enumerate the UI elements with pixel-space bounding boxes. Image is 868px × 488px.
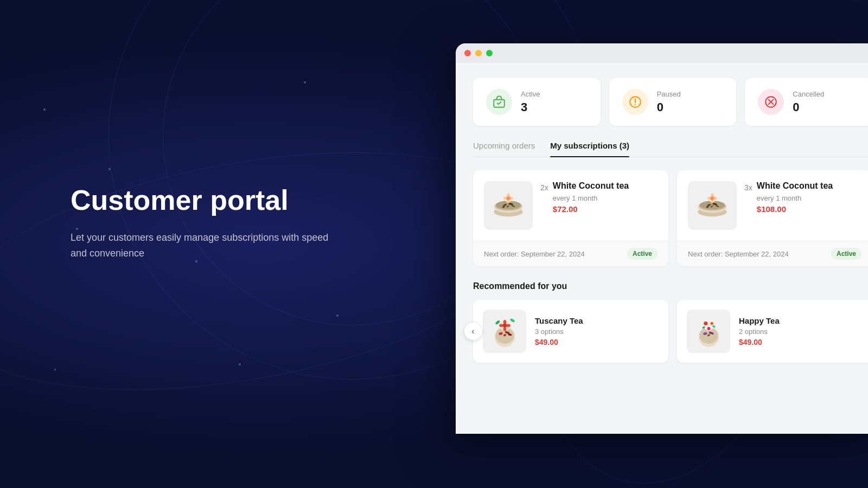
rec-card-tuscany: Tuscany Tea 3 options $49.00 [473, 300, 668, 363]
happy-info: Happy Tea 2 options $49.00 [739, 316, 780, 346]
sub-card-2-bottom: Next order: September 22, 2024 Active [677, 241, 868, 266]
svg-point-3 [635, 104, 636, 105]
happy-options: 2 options [739, 328, 780, 336]
active-icon [486, 89, 512, 115]
sub-1-qty: 2x [540, 183, 548, 192]
sub-1-info: White Coconut tea every 1 month $72.00 [553, 181, 629, 214]
svg-point-45 [503, 327, 506, 331]
active-label: Active [521, 90, 540, 98]
sub-card-1-bottom: Next order: September 22, 2024 Active [473, 241, 668, 266]
happy-name: Happy Tea [739, 316, 780, 325]
sub-1-status-badge: Active [627, 248, 658, 260]
subscription-card-1: 2x White Coconut tea every 1 month $72.0… [473, 170, 668, 266]
sub-1-next-order: Next order: September 22, 2024 [484, 250, 585, 258]
cancelled-label: Cancelled [793, 90, 824, 98]
sub-2-info: White Coconut tea every 1 month $108.00 [757, 181, 833, 214]
svg-point-46 [499, 324, 503, 327]
svg-point-44 [503, 319, 506, 324]
hero-title: Customer portal [71, 184, 331, 217]
stat-card-active: Active 3 [473, 78, 601, 126]
sub-card-1-top: 2x White Coconut tea every 1 month $72.0… [473, 170, 668, 241]
cancelled-stat-info: Cancelled 0 [793, 90, 824, 114]
cancelled-value: 0 [793, 100, 824, 114]
tuscany-info: Tuscany Tea 3 options $49.00 [535, 316, 583, 346]
stat-card-paused: Paused 0 [609, 78, 737, 126]
svg-point-36 [710, 196, 714, 200]
sub-1-name: White Coconut tea [553, 181, 629, 191]
stat-card-cancelled: Cancelled 0 [745, 78, 868, 126]
sub-2-name: White Coconut tea [757, 181, 833, 191]
tab-upcoming[interactable]: Upcoming orders [473, 141, 535, 157]
svg-point-49 [495, 319, 500, 325]
paused-stat-info: Paused 0 [657, 90, 681, 114]
sub-2-price: $108.00 [757, 204, 833, 214]
cancelled-icon [758, 89, 784, 115]
sub-card-2-top: 3x White Coconut tea every 1 month $108.… [677, 170, 868, 241]
active-value: 3 [521, 100, 540, 114]
portal-content: Active 3 Paused 0 [456, 63, 868, 434]
recommended-section: Recommended for you ‹ [473, 281, 868, 363]
tuscany-image [483, 310, 526, 353]
sub-2-frequency: every 1 month [757, 194, 833, 202]
subscriptions-grid: 2x White Coconut tea every 1 month $72.0… [473, 170, 868, 266]
happy-price: $49.00 [739, 338, 780, 346]
portal-window: Active 3 Paused 0 [456, 43, 868, 434]
portal-topbar [456, 43, 868, 63]
tuscany-price: $49.00 [535, 338, 583, 346]
tab-subscriptions[interactable]: My subscriptions (3) [550, 141, 629, 157]
subscription-card-2: 3x White Coconut tea every 1 month $108.… [677, 170, 868, 266]
paused-value: 0 [657, 100, 681, 114]
sub-2-status-badge: Active [831, 248, 861, 260]
sub-1-price: $72.00 [553, 204, 629, 214]
sub-2-next-order: Next order: September 22, 2024 [688, 250, 789, 258]
close-dot [464, 50, 471, 56]
hero-section: Customer portal Let your customers easil… [71, 184, 331, 261]
svg-point-62 [705, 322, 707, 324]
sub-image-2 [688, 181, 737, 230]
tabs: Upcoming orders My subscriptions (3) [473, 141, 868, 157]
recommended-grid: ‹ [473, 300, 868, 363]
minimize-dot [475, 50, 482, 56]
rec-prev-button[interactable]: ‹ [464, 323, 482, 340]
svg-point-48 [502, 323, 507, 328]
rec-card-happy: Happy Tea 2 options $49.00 [677, 300, 868, 363]
recommended-title: Recommended for you [473, 281, 868, 291]
svg-point-47 [506, 324, 510, 327]
maximize-dot [486, 50, 493, 56]
tuscany-options: 3 options [535, 328, 583, 336]
active-stat-info: Active 3 [521, 90, 540, 114]
svg-point-50 [509, 318, 515, 323]
sub-image-1 [484, 181, 533, 230]
happy-image [687, 310, 730, 353]
sub-1-frequency: every 1 month [553, 194, 629, 202]
svg-point-59 [707, 327, 710, 330]
tuscany-name: Tuscany Tea [535, 316, 583, 325]
hero-subtitle: Let your customers easily manage subscri… [71, 230, 331, 261]
svg-point-63 [711, 323, 712, 324]
sub-2-qty: 3x [744, 183, 752, 192]
paused-label: Paused [657, 90, 681, 98]
paused-icon [622, 89, 648, 115]
svg-point-21 [506, 196, 510, 200]
stat-cards: Active 3 Paused 0 [473, 78, 868, 126]
